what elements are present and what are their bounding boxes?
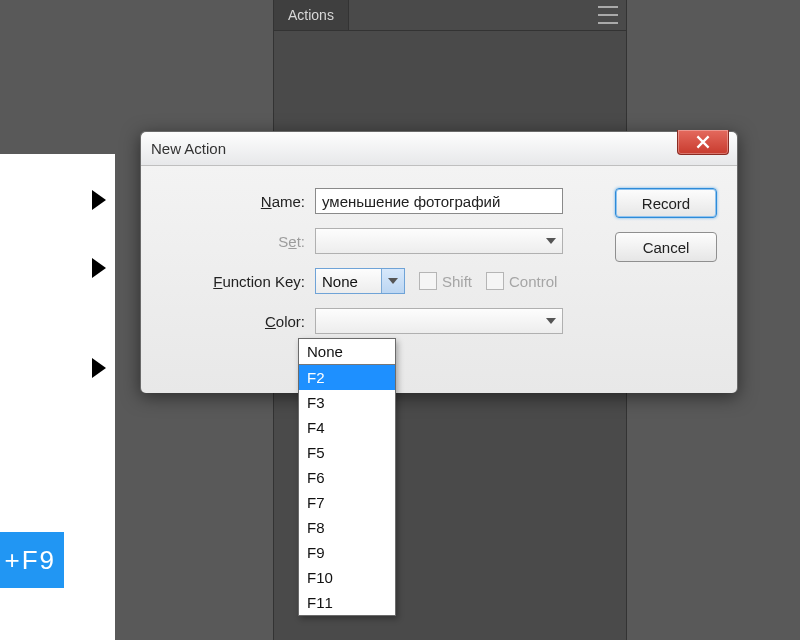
name-label: Name:: [159, 193, 315, 210]
chevron-down-icon: [539, 309, 562, 333]
cancel-button[interactable]: Cancel: [615, 232, 717, 262]
function-key-option[interactable]: F5: [299, 440, 395, 465]
color-label: Color:: [159, 313, 315, 330]
color-row: Color:: [159, 308, 719, 334]
function-key-options[interactable]: NoneF2F3F4F5F6F7F8F9F10F11: [298, 338, 396, 616]
chevron-down-icon: [539, 229, 562, 253]
play-icon: [92, 258, 106, 278]
control-label: Control: [509, 273, 557, 290]
shift-checkbox[interactable]: Shift: [419, 272, 472, 290]
function-key-label: Function Key:: [159, 273, 315, 290]
shortcut-hint: +F9: [0, 532, 64, 588]
function-key-value: None: [322, 273, 358, 290]
play-icon: [92, 358, 106, 378]
control-checkbox[interactable]: Control: [486, 272, 557, 290]
function-key-option[interactable]: F8: [299, 515, 395, 540]
function-key-option[interactable]: F9: [299, 540, 395, 565]
color-dropdown[interactable]: [315, 308, 563, 334]
function-key-option[interactable]: None: [299, 339, 395, 365]
function-key-option[interactable]: F4: [299, 415, 395, 440]
function-key-row: Function Key: None Shift Control: [159, 268, 719, 294]
actions-panel-header: Actions: [274, 0, 626, 31]
checkbox-icon: [419, 272, 437, 290]
checkbox-icon: [486, 272, 504, 290]
set-dropdown[interactable]: [315, 228, 563, 254]
close-button[interactable]: [677, 130, 729, 155]
function-key-option[interactable]: F7: [299, 490, 395, 515]
new-action-dialog: New Action Record Cancel Name: Set: Func…: [140, 131, 738, 393]
name-input[interactable]: [315, 188, 563, 214]
function-key-option[interactable]: F10: [299, 565, 395, 590]
close-icon: [696, 135, 710, 149]
shift-label: Shift: [442, 273, 472, 290]
function-key-dropdown[interactable]: None: [315, 268, 405, 294]
dialog-buttons: Record Cancel: [615, 188, 717, 262]
set-label: Set:: [159, 233, 315, 250]
dialog-titlebar[interactable]: New Action: [141, 132, 737, 166]
function-key-option[interactable]: F2: [299, 365, 395, 390]
record-button[interactable]: Record: [615, 188, 717, 218]
chevron-down-icon: [381, 269, 404, 293]
function-key-option[interactable]: F11: [299, 590, 395, 615]
panel-menu-icon[interactable]: [590, 4, 620, 26]
play-icon: [92, 190, 106, 210]
function-key-option[interactable]: F3: [299, 390, 395, 415]
dialog-body: Record Cancel Name: Set: Function Key: N…: [141, 166, 737, 393]
actions-tab[interactable]: Actions: [274, 0, 349, 30]
dialog-title: New Action: [141, 140, 226, 157]
function-key-option[interactable]: F6: [299, 465, 395, 490]
